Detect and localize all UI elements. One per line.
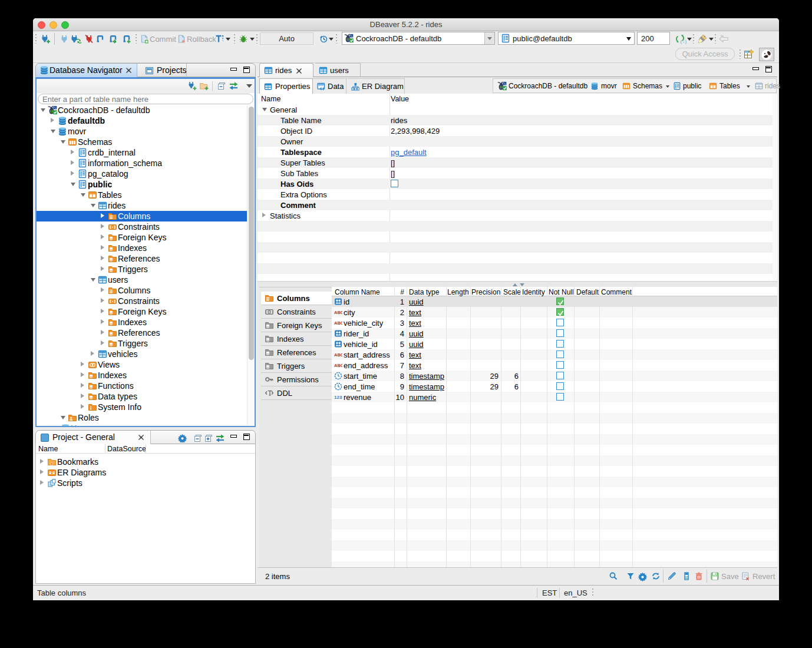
svg-text:(-): (-) <box>680 40 686 44</box>
